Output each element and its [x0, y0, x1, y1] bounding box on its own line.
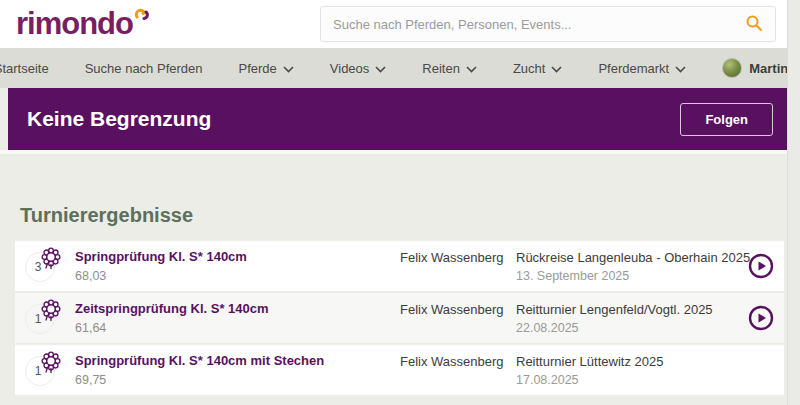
placement-badge: 1 [25, 353, 61, 389]
section-heading: Turnierergebnisse [20, 204, 800, 227]
play-video-button[interactable] [748, 305, 774, 331]
follow-button[interactable]: Folgen [680, 103, 773, 136]
result-score: 61,64 [75, 321, 269, 335]
result-row: 1 [15, 345, 784, 395]
nav-item-label: Pferde [239, 61, 277, 76]
chevron-down-icon [551, 61, 562, 76]
nav-item-label: Suche nach Pferden [85, 61, 203, 76]
result-row: 1 [15, 293, 784, 343]
results-list: 3 [15, 241, 784, 395]
placement-badge: 3 [25, 249, 61, 285]
nav-item-reiten[interactable]: Reiten [422, 61, 477, 76]
search-submit-button[interactable] [745, 14, 763, 35]
logo-swirl-icon [134, 8, 150, 28]
nav-item-pferde[interactable]: Pferde [239, 61, 294, 76]
nav-item-videos[interactable]: Videos [330, 61, 387, 76]
nav-item-label: Videos [330, 61, 370, 76]
competition-title-link[interactable]: Springprüfung Kl. S* 140cm [75, 249, 247, 264]
nav-item-pferdemarkt[interactable]: Pferdemarkt [598, 61, 686, 76]
chevron-down-icon [675, 61, 686, 76]
event-link[interactable]: Reitturnier Lüttewitz 2025 [516, 354, 663, 369]
result-main: Springprüfung Kl. S* 140cm mit Stechen 6… [75, 353, 324, 387]
result-main: Springprüfung Kl. S* 140cm 68,03 [75, 249, 247, 283]
user-name: Martin [749, 61, 788, 76]
rider-link[interactable]: Felix Wassenberg [400, 302, 504, 317]
top-header: rimondo [0, 0, 800, 48]
event-block: Reitturnier Lüttewitz 2025 17.08.2025 [516, 354, 663, 387]
nav-item-zucht[interactable]: Zucht [513, 61, 563, 76]
rosette-medal-icon [40, 350, 62, 378]
global-search [320, 6, 776, 42]
result-main: Zeitspringprüfung Kl. S* 140cm 61,64 [75, 301, 269, 335]
placement-badge: 1 [25, 301, 61, 337]
rimondo-logo[interactable]: rimondo [16, 6, 150, 42]
result-score: 69,75 [75, 373, 324, 387]
profile-banner: Keine Begrenzung Folgen [8, 88, 787, 150]
user-avatar [722, 58, 742, 78]
page-title: Keine Begrenzung [27, 107, 211, 131]
event-block: Reitturnier Lengenfeld/Vogtl. 2025 22.08… [516, 302, 713, 335]
rosette-medal-icon [40, 298, 62, 326]
nav-item-suche-nach-pferden[interactable]: Suche nach Pferden [85, 61, 203, 76]
nav-item-label: Startseite [0, 61, 49, 76]
competition-title-link[interactable]: Springprüfung Kl. S* 140cm mit Stechen [75, 353, 324, 368]
search-icon [745, 14, 763, 35]
rimondo-logo-text: rimondo [16, 6, 133, 42]
rosette-medal-icon [40, 246, 62, 274]
scrollbar-track[interactable] [787, 0, 800, 405]
play-icon [748, 319, 774, 334]
play-icon [748, 267, 774, 282]
play-video-button[interactable] [748, 253, 774, 279]
search-input[interactable] [333, 17, 745, 32]
result-row: 3 [15, 241, 784, 291]
event-block: Rückreise Langenleuba - Oberhain 2025 13… [516, 250, 750, 283]
event-link[interactable]: Rückreise Langenleuba - Oberhain 2025 [516, 250, 750, 265]
content-area: Turnierergebnisse 3 [0, 154, 800, 395]
competition-title-link[interactable]: Zeitspringprüfung Kl. S* 140cm [75, 301, 269, 316]
nav-item-label: Reiten [422, 61, 460, 76]
event-date: 13. September 2025 [516, 269, 750, 283]
event-link[interactable]: Reitturnier Lengenfeld/Vogtl. 2025 [516, 302, 713, 317]
chevron-down-icon [283, 61, 294, 76]
nav-item-startseite[interactable]: Startseite [0, 61, 49, 76]
chevron-down-icon [375, 61, 386, 76]
result-score: 68,03 [75, 269, 247, 283]
rider-link[interactable]: Felix Wassenberg [400, 250, 504, 265]
chevron-down-icon [466, 61, 477, 76]
rider-link[interactable]: Felix Wassenberg [400, 354, 504, 369]
nav-item-label: Zucht [513, 61, 546, 76]
main-nav: Startseite Suche nach Pferden Pferde Vid… [0, 48, 800, 88]
event-date: 17.08.2025 [516, 373, 663, 387]
event-date: 22.08.2025 [516, 321, 713, 335]
nav-item-label: Pferdemarkt [598, 61, 669, 76]
